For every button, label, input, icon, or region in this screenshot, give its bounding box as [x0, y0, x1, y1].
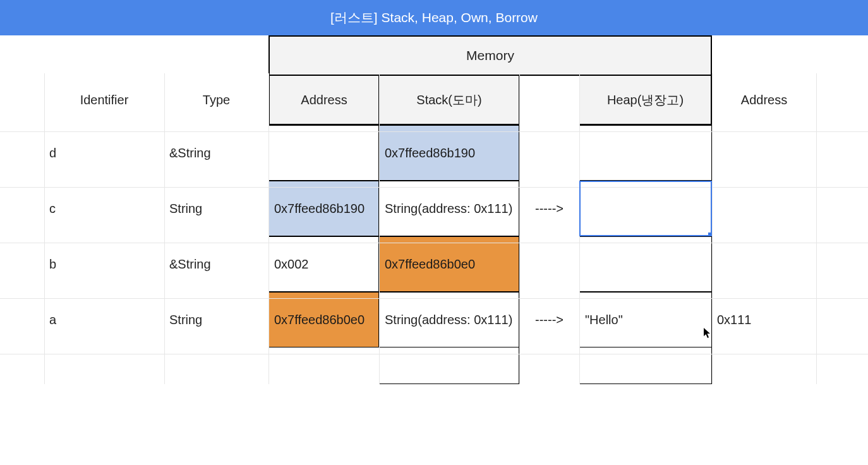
- title-banner: [러스트] Stack, Heap, Own, Borrow: [0, 0, 868, 35]
- cell-identifier[interactable]: c: [44, 181, 164, 236]
- gutter: [0, 292, 44, 347]
- col-header-heap[interactable]: Heap(냉장고): [579, 75, 712, 125]
- cell-stack[interactable]: String(address: 0x111): [379, 181, 519, 236]
- cell-address2[interactable]: [712, 236, 816, 292]
- blank-cell[interactable]: [268, 347, 379, 384]
- cell-identifier[interactable]: d: [44, 125, 164, 181]
- cell-heap[interactable]: [579, 236, 712, 292]
- col-header-identifier[interactable]: Identifier: [44, 75, 164, 125]
- col-header-address2[interactable]: Address: [712, 75, 816, 125]
- cell-address[interactable]: 0x7ffeed86b0e0: [268, 292, 379, 347]
- cell-address2[interactable]: [712, 125, 816, 181]
- cell-type[interactable]: &String: [164, 125, 268, 181]
- cell-address2[interactable]: 0x111: [712, 292, 816, 347]
- blank-cell[interactable]: [164, 35, 268, 75]
- blank-cell[interactable]: [519, 347, 579, 384]
- cell-identifier[interactable]: a: [44, 292, 164, 347]
- cell-address2[interactable]: [712, 181, 816, 236]
- cell-stack[interactable]: String(address: 0x111): [379, 292, 519, 347]
- cell-heap[interactable]: [579, 181, 712, 236]
- table-row: cString0x7ffeed86b190String(address: 0x1…: [0, 181, 868, 236]
- cell-arrow[interactable]: [519, 236, 579, 292]
- title-text: [러스트] Stack, Heap, Own, Borrow: [330, 10, 538, 25]
- blank-heap-cell[interactable]: [579, 347, 712, 384]
- cell-type[interactable]: &String: [164, 236, 268, 292]
- table-row: aString0x7ffeed86b0e0String(address: 0x1…: [0, 292, 868, 347]
- table-row: d&String0x7ffeed86b190: [0, 125, 868, 181]
- col-header-arrow[interactable]: [519, 75, 579, 125]
- blank-stack-cell[interactable]: [379, 347, 519, 384]
- gutter: [0, 181, 44, 236]
- gutter: [0, 236, 44, 292]
- gutter: [0, 125, 44, 181]
- cell-heap[interactable]: [579, 125, 712, 181]
- blank-cell[interactable]: [712, 35, 816, 75]
- gutter: [0, 75, 44, 125]
- spreadsheet[interactable]: Memory Identifier Type Address Stack(도마)…: [0, 35, 868, 384]
- col-header-type[interactable]: Type: [164, 75, 268, 125]
- gutter: [0, 347, 44, 384]
- col-header-address[interactable]: Address: [268, 75, 379, 125]
- cell-arrow[interactable]: [519, 125, 579, 181]
- cell-address[interactable]: 0x002: [268, 236, 379, 292]
- cell-identifier[interactable]: b: [44, 236, 164, 292]
- cell-stack[interactable]: 0x7ffeed86b190: [379, 125, 519, 181]
- memory-header[interactable]: Memory: [268, 35, 712, 75]
- memory-header-label: Memory: [466, 48, 514, 63]
- cell-stack[interactable]: 0x7ffeed86b0e0: [379, 236, 519, 292]
- cell-arrow[interactable]: ----->: [519, 181, 579, 236]
- blank-cell[interactable]: [164, 347, 268, 384]
- cell-address[interactable]: 0x7ffeed86b190: [268, 181, 379, 236]
- table-row: b&String0x0020x7ffeed86b0e0: [0, 236, 868, 292]
- blank-cell[interactable]: [712, 347, 816, 384]
- cell-type[interactable]: String: [164, 292, 268, 347]
- cell-address[interactable]: [268, 125, 379, 181]
- cell-heap[interactable]: "Hello": [579, 292, 712, 347]
- blank-cell[interactable]: [44, 35, 164, 75]
- col-header-stack[interactable]: Stack(도마): [379, 75, 519, 125]
- cell-arrow[interactable]: ----->: [519, 292, 579, 347]
- cell-type[interactable]: String: [164, 181, 268, 236]
- blank-cell[interactable]: [44, 347, 164, 384]
- gutter: [0, 35, 44, 75]
